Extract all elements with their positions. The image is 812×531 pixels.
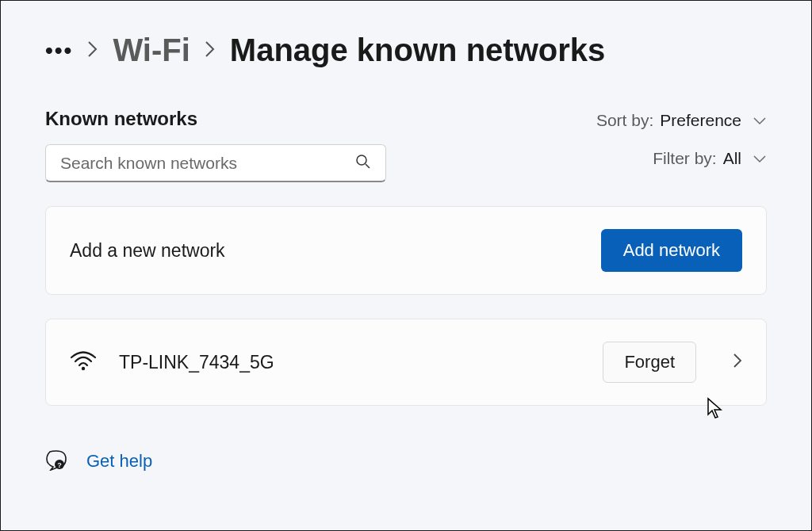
svg-line-1 (366, 164, 370, 168)
svg-text:?: ? (57, 461, 62, 469)
add-network-card: Add a new network Add network (45, 206, 767, 295)
chevron-right-icon (87, 38, 98, 63)
breadcrumb-wifi[interactable]: Wi-Fi (113, 32, 190, 68)
chevron-right-icon (205, 38, 216, 63)
sort-by-dropdown[interactable]: Sort by: Preference (596, 111, 767, 130)
network-item[interactable]: TP-LINK_7434_5G Forget (45, 319, 767, 406)
forget-button[interactable]: Forget (603, 342, 696, 383)
filter-by-value: All (723, 149, 741, 168)
search-icon (355, 154, 371, 173)
help-icon: ? (45, 449, 67, 474)
breadcrumb: ••• Wi-Fi Manage known networks (45, 32, 767, 68)
svg-point-2 (82, 367, 85, 370)
add-network-button[interactable]: Add network (601, 229, 742, 272)
search-box[interactable] (45, 144, 386, 182)
add-network-text: Add a new network (70, 240, 225, 262)
sort-by-value: Preference (660, 111, 741, 130)
svg-point-0 (357, 155, 366, 165)
get-help-row[interactable]: ? Get help (45, 449, 767, 474)
section-title: Known networks (45, 108, 386, 130)
page-title: Manage known networks (230, 32, 605, 68)
wifi-icon (70, 350, 97, 374)
get-help-link[interactable]: Get help (86, 451, 152, 472)
filter-by-dropdown[interactable]: Filter by: All (653, 149, 767, 168)
search-input[interactable] (60, 154, 355, 173)
chevron-down-icon (753, 111, 767, 130)
filter-by-label: Filter by: (653, 149, 717, 168)
chevron-down-icon (753, 149, 767, 168)
network-name: TP-LINK_7434_5G (119, 352, 580, 373)
sort-by-label: Sort by: (596, 111, 653, 130)
chevron-right-icon[interactable] (733, 353, 742, 372)
breadcrumb-ellipsis[interactable]: ••• (45, 38, 73, 63)
